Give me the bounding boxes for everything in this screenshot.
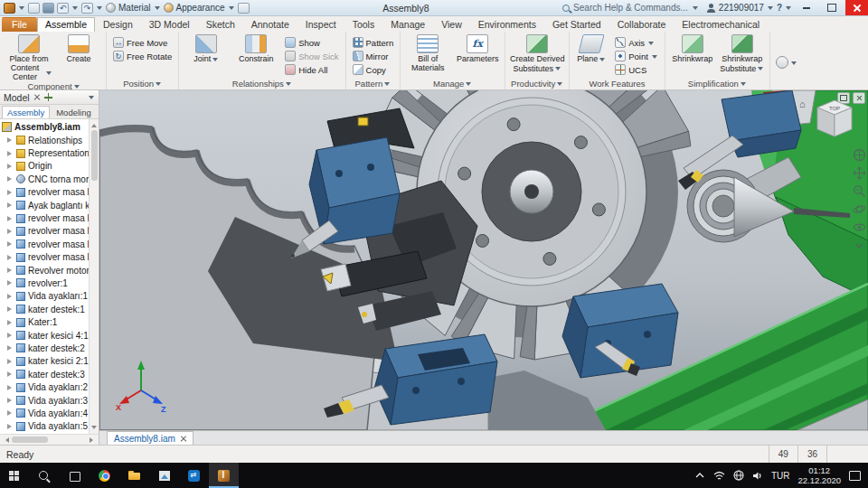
create-derived-substitutes-button[interactable]: Create Derived Substitutes bbox=[509, 33, 565, 77]
expand-arrow-icon[interactable] bbox=[7, 176, 14, 182]
joint-button[interactable]: Joint bbox=[183, 33, 230, 77]
expand-arrow-icon[interactable] bbox=[7, 359, 14, 364]
panel-label-relationships[interactable]: Relationships bbox=[179, 77, 344, 89]
3d-viewport[interactable]: X Z ⌂ TOP bbox=[99, 90, 868, 430]
tree-item[interactable]: revolver masa hatt bbox=[2, 251, 89, 264]
save-icon[interactable] bbox=[42, 3, 54, 14]
expand-arrow-icon[interactable] bbox=[7, 333, 14, 338]
help-caret-icon[interactable] bbox=[786, 6, 791, 13]
tree-item[interactable]: revolver:1 bbox=[2, 277, 89, 289]
app-menu-caret-icon[interactable] bbox=[19, 6, 24, 13]
scroll-right-icon[interactable] bbox=[90, 437, 96, 443]
tree-item[interactable]: Ayak baglantı kayd bbox=[2, 199, 89, 211]
taskbar-app-button[interactable] bbox=[209, 463, 239, 488]
tree-item[interactable]: Vida ayakları:3 bbox=[2, 394, 89, 407]
place-from-content-center-button[interactable]: Place from Content Center bbox=[5, 33, 52, 81]
expand-arrow-icon[interactable] bbox=[7, 216, 14, 221]
action-center-icon[interactable] bbox=[849, 471, 861, 481]
tree-item[interactable]: revolver masa hatt bbox=[2, 186, 89, 199]
expand-arrow-icon[interactable] bbox=[7, 385, 14, 390]
language-indicator[interactable]: TUR bbox=[771, 471, 790, 481]
inventor-logo-icon[interactable] bbox=[4, 3, 15, 14]
tree-item[interactable]: kater kesici 4:1 bbox=[2, 329, 89, 342]
panel-label-simplification[interactable]: Simplification bbox=[665, 77, 769, 89]
expand-arrow-icon[interactable] bbox=[7, 410, 14, 416]
taskbar-app-button[interactable] bbox=[90, 463, 119, 488]
tree-item[interactable]: Vida ayakları:4 bbox=[2, 407, 89, 419]
viewcube-home-icon[interactable]: ⌂ bbox=[799, 99, 806, 109]
tree-item[interactable]: Relationships bbox=[2, 134, 89, 146]
tree-item[interactable]: CNC torna montaj: bbox=[2, 173, 89, 185]
browser-caret-icon[interactable] bbox=[89, 96, 94, 102]
ucs-button[interactable]: UCS bbox=[612, 63, 661, 76]
taskbar-app-button[interactable] bbox=[60, 463, 90, 488]
taskbar-app-button[interactable] bbox=[179, 463, 209, 488]
taskbar-app-button[interactable] bbox=[119, 463, 149, 488]
mirror-button[interactable]: Mirror bbox=[350, 50, 397, 62]
scroll-left-icon[interactable] bbox=[3, 437, 9, 443]
panel-label-productivity[interactable]: Productivity bbox=[505, 77, 569, 89]
expand-arrow-icon[interactable] bbox=[7, 202, 14, 208]
taskbar-app-button[interactable] bbox=[0, 463, 30, 488]
browser-horizontal-scrollbar[interactable] bbox=[0, 434, 99, 445]
parameters-button[interactable]: fx Parameters bbox=[454, 33, 501, 77]
tree-item[interactable]: kater destek:1 bbox=[2, 303, 89, 315]
plane-button[interactable]: Plane bbox=[573, 33, 609, 77]
browser-panel-tab[interactable]: Model bbox=[4, 92, 30, 103]
axis-button[interactable]: Axis bbox=[612, 36, 661, 49]
point-button[interactable]: Point bbox=[612, 50, 661, 62]
viewcube[interactable]: ⌂ TOP bbox=[796, 95, 859, 144]
expand-arrow-icon[interactable] bbox=[7, 255, 14, 260]
tree-item[interactable]: revolver masa hatt bbox=[2, 238, 89, 250]
hidden-icons-chevron-icon[interactable] bbox=[694, 471, 705, 480]
ribbon-tab[interactable]: Manage bbox=[382, 17, 433, 32]
pattern-button[interactable]: Pattern bbox=[350, 36, 397, 49]
free-move-button[interactable]: ↔Free Move bbox=[110, 36, 175, 49]
redo-caret-icon[interactable] bbox=[97, 6, 102, 13]
hide-all-button[interactable]: Hide All bbox=[282, 63, 341, 76]
appearance-caret-icon[interactable] bbox=[229, 6, 234, 13]
expand-arrow-icon[interactable] bbox=[7, 280, 14, 286]
tree-root[interactable]: Assembly8.iam bbox=[2, 120, 89, 134]
appearance-label[interactable]: Appearance bbox=[176, 3, 225, 13]
panel-label-work-features[interactable]: Work Features bbox=[570, 77, 665, 89]
bill-of-materials-button[interactable]: Bill of Materials bbox=[404, 33, 451, 77]
scroll-down-icon[interactable] bbox=[91, 426, 97, 432]
tree-item[interactable]: Origin bbox=[2, 160, 89, 173]
3d-model-scene[interactable]: X Z bbox=[99, 90, 868, 430]
account-id[interactable]: 221909017 bbox=[719, 3, 764, 13]
scroll-thumb[interactable] bbox=[91, 130, 98, 181]
restore-button[interactable] bbox=[820, 0, 843, 15]
help-search[interactable]: Search Help & Commands... bbox=[562, 3, 699, 13]
ribbon-tab[interactable]: Inspect bbox=[297, 17, 344, 32]
ribbon-tab[interactable]: Environments bbox=[470, 17, 544, 32]
constrain-button[interactable]: Constrain bbox=[232, 33, 279, 77]
tree-item[interactable]: Vida ayakları:5 bbox=[2, 420, 89, 433]
minimize-button[interactable] bbox=[795, 0, 817, 15]
ribbon-tab[interactable]: Assemble bbox=[37, 17, 95, 32]
wifi-icon[interactable] bbox=[713, 471, 725, 481]
ribbon-overflow-button[interactable] bbox=[770, 32, 803, 89]
show-sick-button[interactable]: Show Sick bbox=[282, 50, 341, 62]
tree-item[interactable]: revolver masa hatt bbox=[2, 225, 89, 238]
expand-arrow-icon[interactable] bbox=[7, 241, 14, 247]
taskbar-clock[interactable]: 01:12 22.12.2020 bbox=[797, 465, 841, 485]
show-button[interactable]: Show bbox=[282, 36, 341, 49]
tool-holder-right[interactable] bbox=[562, 284, 678, 378]
account-icon[interactable] bbox=[707, 4, 716, 13]
expand-arrow-icon[interactable] bbox=[7, 267, 14, 273]
orbit-icon[interactable] bbox=[853, 202, 866, 216]
free-rotate-button[interactable]: ↻Free Rotate bbox=[110, 50, 175, 62]
ribbon-tab[interactable]: View bbox=[433, 17, 470, 32]
material-sphere-icon[interactable] bbox=[106, 3, 116, 13]
undo-caret-icon[interactable] bbox=[72, 6, 78, 13]
redo-icon[interactable]: ↷ bbox=[81, 3, 93, 14]
look-at-icon[interactable] bbox=[853, 221, 866, 234]
appearance-sphere-icon[interactable] bbox=[164, 3, 174, 13]
panel-label-manage[interactable]: Manage bbox=[401, 77, 505, 89]
tree-item[interactable]: Kater:1 bbox=[2, 315, 89, 328]
taskbar-app-button[interactable] bbox=[30, 463, 60, 488]
zoom-icon[interactable] bbox=[853, 184, 866, 198]
navigation-wheel-icon[interactable] bbox=[853, 148, 866, 162]
navbar-more-caret-icon[interactable] bbox=[853, 239, 866, 252]
